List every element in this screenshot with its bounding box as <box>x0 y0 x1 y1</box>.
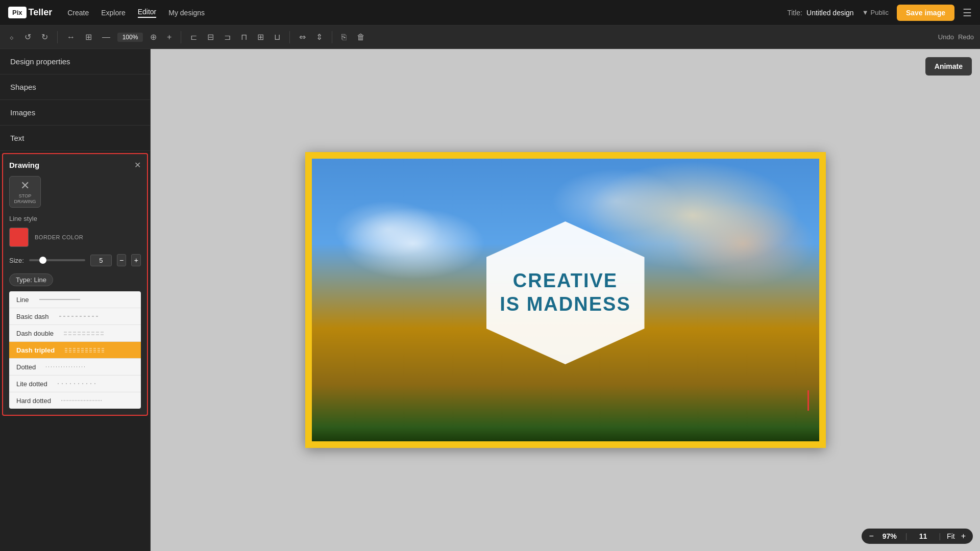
menu-icon[interactable]: ☰ <box>963 7 972 19</box>
option-preview-lite-dotted <box>58 380 134 388</box>
canvas-background-image: CREATIVE IS MADNESS <box>312 159 819 441</box>
size-input[interactable]: 5 <box>90 255 112 266</box>
hex-text-line2: IS MADNESS <box>500 293 630 316</box>
line-style-option-dash-tripled[interactable]: Dash tripled <box>9 342 141 359</box>
logo-box: Pix <box>8 7 27 18</box>
align-right-icon[interactable]: ⊐ <box>221 30 234 44</box>
color-row: BORDER COLOR <box>9 228 141 247</box>
copy-icon[interactable]: ⎘ <box>338 31 350 44</box>
line-style-option-dash-double[interactable]: Dash double <box>9 325 141 342</box>
zoom-out-button[interactable]: − <box>869 532 873 541</box>
hexagon-shape: CREATIVE IS MADNESS <box>486 221 645 364</box>
visibility-toggle[interactable]: ▼ Public <box>862 9 889 16</box>
close-drawing-button[interactable]: ✕ <box>134 160 141 170</box>
sidebar-item-text[interactable]: Text <box>0 126 150 151</box>
option-preview-line <box>39 295 134 304</box>
nav-explore[interactable]: Explore <box>101 9 125 17</box>
option-label-dotted: Dotted <box>16 363 36 371</box>
stop-drawing-x-icon: ✕ <box>20 179 30 192</box>
sidebar-item-shapes[interactable]: Shapes <box>0 74 150 100</box>
line-style-option-lite-dotted[interactable]: Lite dotted <box>9 375 141 392</box>
zoom-in-button[interactable]: + <box>961 532 966 541</box>
link-icon[interactable]: ⊞ <box>82 30 95 44</box>
size-slider[interactable] <box>29 259 85 261</box>
delete-icon[interactable]: 🗑 <box>354 31 368 44</box>
size-row: Size: 5 − + <box>9 254 141 266</box>
sidebar: Design properties Shapes Images Text Dra… <box>0 49 151 551</box>
rotate-right-icon[interactable]: ↻ <box>38 30 51 44</box>
animate-button[interactable]: Animate <box>925 57 972 76</box>
option-label-hard-dotted: Hard dotted <box>16 397 51 405</box>
option-preview-dash-double <box>64 329 134 337</box>
toolbar: ⬦ ↺ ↻ ↔ ⊞ — ⊕ + ⊏ ⊟ ⊐ ⊓ ⊞ ⊔ ⇔ ⇕ ⎘ 🗑 Undo… <box>0 26 980 49</box>
nav-links: Create Explore Editor My designs <box>67 8 205 18</box>
zoom-icon[interactable]: ⊕ <box>147 30 160 44</box>
drawing-panel-title: Drawing <box>9 161 39 169</box>
rotate-left-icon[interactable]: ↺ <box>21 30 34 44</box>
nav-editor[interactable]: Editor <box>138 8 157 18</box>
option-label-dash-tripled: Dash tripled <box>16 346 55 354</box>
title-area: Title: Untitled design <box>787 9 853 17</box>
line-style-option-dotted[interactable]: Dotted <box>9 359 141 375</box>
zoom-number: 11 <box>913 532 933 540</box>
nav-create[interactable]: Create <box>67 9 89 17</box>
toolbar-separator-1 <box>57 31 58 43</box>
hexagon-container: CREATIVE IS MADNESS <box>486 221 645 364</box>
type-badge[interactable]: Type: Line <box>9 273 53 286</box>
visibility-label: Public <box>871 9 889 16</box>
logo[interactable]: Pix Teller <box>8 7 52 18</box>
minus-icon[interactable]: — <box>99 31 113 44</box>
sidebar-item-design-properties[interactable]: Design properties <box>0 49 150 74</box>
option-label-line: Line <box>16 296 29 304</box>
line-style-option-line[interactable]: Line <box>9 291 141 308</box>
zoom-percentage: 97% <box>880 532 899 540</box>
option-label-lite-dotted: Lite dotted <box>16 380 47 388</box>
canvas-area[interactable]: Animate CREATIVE IS MADNESS ⊕ <box>151 49 980 551</box>
stop-drawing-label: STOPDRAWING <box>14 193 36 205</box>
flip-icon[interactable]: ↔ <box>64 31 78 44</box>
align-center-icon[interactable]: ⊟ <box>204 30 217 44</box>
distribute-v-icon[interactable]: ⇕ <box>313 30 326 44</box>
bottom-zoom-bar: − 97% | 11 | Fit + <box>862 529 973 544</box>
zoom-input[interactable] <box>117 33 143 42</box>
option-preview-dotted <box>46 363 134 371</box>
drawing-panel: Drawing ✕ ✕ STOPDRAWING Line style BORDE… <box>2 153 148 416</box>
design-title[interactable]: Untitled design <box>806 9 854 17</box>
line-style-dropdown: Line Basic dash Dash double <box>9 291 141 409</box>
line-style-option-hard-dotted[interactable]: Hard dotted <box>9 392 141 409</box>
size-decrease-button[interactable]: − <box>117 254 127 266</box>
align-top-icon[interactable]: ⊓ <box>238 30 250 44</box>
option-preview-basic-dash <box>59 312 134 320</box>
drawing-panel-header: Drawing ✕ <box>9 160 141 170</box>
save-button[interactable]: Save image <box>897 5 954 21</box>
size-increase-button[interactable]: + <box>131 254 141 266</box>
inner-canvas: CREATIVE IS MADNESS <box>312 159 819 441</box>
redo-button[interactable]: Redo <box>958 33 974 41</box>
logo-text: Teller <box>29 7 53 18</box>
nav-mydesigns[interactable]: My designs <box>168 9 205 17</box>
red-flag-marker <box>807 390 809 411</box>
toolbar-separator-2 <box>181 31 181 43</box>
border-color-swatch[interactable] <box>9 228 29 247</box>
toolbar-separator-4 <box>332 31 332 43</box>
move-tool-icon[interactable]: ⬦ <box>6 31 17 44</box>
fit-button[interactable]: Fit <box>947 532 955 540</box>
distribute-h-icon[interactable]: ⇔ <box>296 30 309 44</box>
stop-drawing-button[interactable]: ✕ STOPDRAWING <box>9 176 41 208</box>
line-style-option-basic-dash[interactable]: Basic dash <box>9 308 141 325</box>
option-preview-dash-tripled <box>65 346 134 354</box>
align-bottom-icon[interactable]: ⊔ <box>271 30 283 44</box>
plus-toolbar-icon[interactable]: + <box>164 31 175 44</box>
undo-redo-group: Undo Redo <box>938 33 974 41</box>
zoom-separator-2: | <box>939 532 941 540</box>
size-label: Size: <box>9 257 24 264</box>
sidebar-item-images[interactable]: Images <box>0 100 150 126</box>
zoom-separator: | <box>905 532 908 540</box>
visibility-icon: ▼ <box>862 9 869 16</box>
undo-button[interactable]: Undo <box>938 33 954 41</box>
align-middle-icon[interactable]: ⊞ <box>254 30 267 44</box>
hex-text-line1: CREATIVE <box>513 269 618 293</box>
toolbar-separator-3 <box>289 31 290 43</box>
top-navigation: Pix Teller Create Explore Editor My desi… <box>0 0 980 26</box>
align-left-icon[interactable]: ⊏ <box>187 30 200 44</box>
